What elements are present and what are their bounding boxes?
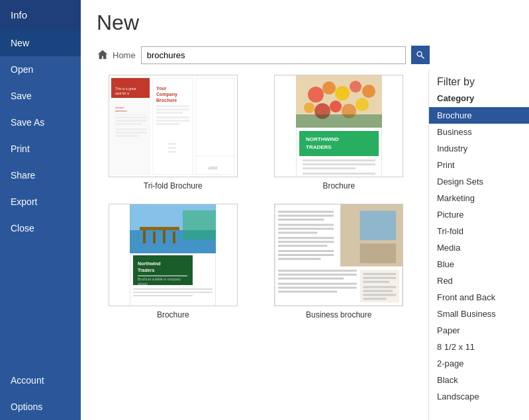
svg-rect-89 <box>363 277 396 279</box>
sidebar-item-save-as[interactable]: Save As <box>0 109 81 136</box>
filter-item-industry[interactable]: Industry <box>429 140 529 157</box>
template-thumb-brochure2: Northwind Traders Brochure subtitle or c… <box>109 204 238 306</box>
template-card-brochure1[interactable]: NORTHWIND TRADERS Brochure <box>263 75 416 190</box>
filter-item-8half-11[interactable]: 8 1/2 x 11 <box>429 339 529 355</box>
template-card-brochure2[interactable]: Northwind Traders Brochure subtitle or c… <box>97 204 250 319</box>
svg-rect-91 <box>363 286 396 288</box>
svg-rect-100 <box>278 290 337 292</box>
svg-text:Brochure: Brochure <box>156 98 177 103</box>
sidebar-item-new[interactable]: New <box>0 30 81 56</box>
filter-item-print[interactable]: Print <box>429 157 529 173</box>
svg-rect-86 <box>360 243 396 263</box>
svg-rect-90 <box>363 281 390 283</box>
svg-rect-50 <box>303 163 375 165</box>
search-input[interactable] <box>141 46 406 64</box>
svg-rect-27 <box>168 143 176 145</box>
template-label-brochure2: Brochure <box>157 310 189 319</box>
svg-point-38 <box>350 81 361 93</box>
trifold-preview: This is a great spot for a mission state… <box>110 77 236 176</box>
svg-rect-57 <box>143 230 146 243</box>
svg-rect-99 <box>278 287 357 289</box>
svg-rect-98 <box>278 283 357 285</box>
svg-rect-65 <box>138 275 187 276</box>
svg-rect-93 <box>363 294 396 296</box>
template-card-trifold[interactable]: This is a great spot for a mission state… <box>97 75 250 190</box>
svg-rect-49 <box>303 159 375 161</box>
sidebar-item-account[interactable]: Account <box>0 367 81 394</box>
svg-point-36 <box>322 81 336 95</box>
page-title: New <box>97 11 513 35</box>
filter-item-small-business[interactable]: Small Business <box>429 306 529 322</box>
svg-rect-56 <box>140 227 179 230</box>
page-header: New <box>81 0 529 40</box>
svg-rect-12 <box>115 120 147 122</box>
svg-text:statement: statement <box>115 109 127 112</box>
svg-rect-14 <box>115 128 147 130</box>
filter-panel: Filter by Category BrochureBusinessIndus… <box>428 69 529 420</box>
sidebar-item-open[interactable]: Open <box>0 56 81 83</box>
svg-rect-22 <box>156 108 189 110</box>
brochure2-preview: Northwind Traders Brochure subtitle or c… <box>130 204 216 306</box>
filter-item-blue[interactable]: Blue <box>429 256 529 273</box>
filter-item-black[interactable]: Black <box>429 372 529 388</box>
sidebar-item-save[interactable]: Save <box>0 83 81 109</box>
template-thumb-trifold: This is a great spot for a mission state… <box>109 75 238 177</box>
template-card-business[interactable]: Business brochure <box>263 204 416 319</box>
svg-point-35 <box>308 87 324 103</box>
svg-rect-51 <box>303 167 356 169</box>
svg-rect-69 <box>133 292 213 293</box>
filter-item-tri-fold[interactable]: Tri-fold <box>429 223 529 239</box>
filter-item-front-back[interactable]: Front and Back <box>429 289 529 306</box>
svg-text:This is a great: This is a great <box>115 87 136 91</box>
main-content: New Home <box>81 0 529 420</box>
svg-rect-58 <box>153 231 156 243</box>
svg-text:slogan: slogan <box>138 282 148 286</box>
sidebar-item-close[interactable]: Close <box>0 215 81 241</box>
svg-text:Traders: Traders <box>138 268 154 273</box>
sidebar-item-print[interactable]: Print <box>0 136 81 162</box>
template-label-trifold: Tri-fold Brochure <box>144 181 203 190</box>
home-breadcrumb[interactable]: Home <box>97 49 136 61</box>
svg-point-39 <box>362 85 375 98</box>
filter-item-paper[interactable]: Paper <box>429 322 529 339</box>
svg-text:Company: Company <box>156 92 177 97</box>
svg-rect-21 <box>156 105 189 107</box>
svg-text:NORTHWIND: NORTHWIND <box>306 136 339 142</box>
svg-rect-95 <box>278 270 357 272</box>
svg-point-0 <box>417 52 422 56</box>
search-button[interactable] <box>411 46 430 64</box>
svg-rect-23 <box>156 112 183 114</box>
svg-rect-16 <box>115 135 138 137</box>
filter-category-label: Category <box>429 91 529 107</box>
svg-text:Northwind: Northwind <box>138 261 161 266</box>
filter-item-2-page[interactable]: 2-page <box>429 355 529 372</box>
svg-rect-73 <box>278 215 334 217</box>
sidebar-item-share[interactable]: Share <box>0 162 81 189</box>
business-preview <box>275 204 403 306</box>
svg-rect-77 <box>278 231 317 233</box>
sidebar-item-export[interactable]: Export <box>0 189 81 215</box>
filter-header: Filter by <box>429 69 529 91</box>
template-thumb-business <box>274 204 403 306</box>
filter-item-brochure[interactable]: Brochure <box>429 107 529 124</box>
filter-item-picture[interactable]: Picture <box>429 206 529 223</box>
filter-item-red[interactable]: Red <box>429 273 529 289</box>
svg-rect-74 <box>278 219 324 221</box>
svg-rect-79 <box>278 241 334 243</box>
svg-point-42 <box>330 101 342 112</box>
svg-rect-29 <box>168 151 176 153</box>
template-grid: This is a great spot for a mission state… <box>81 69 428 420</box>
svg-rect-30 <box>196 78 234 175</box>
svg-rect-24 <box>156 116 189 118</box>
svg-rect-92 <box>363 290 393 292</box>
svg-rect-26 <box>156 123 179 125</box>
home-icon <box>97 49 109 61</box>
filter-item-media[interactable]: Media <box>429 239 529 256</box>
filter-item-design-sets[interactable]: Design Sets <box>429 173 529 190</box>
sidebar-item-options[interactable]: Options <box>0 394 81 420</box>
filter-item-landscape[interactable]: Landscape <box>429 388 529 405</box>
filter-item-business[interactable]: Business <box>429 124 529 140</box>
svg-rect-75 <box>278 224 334 226</box>
sidebar-item-info[interactable]: Info <box>0 0 81 30</box>
filter-item-marketing[interactable]: Marketing <box>429 190 529 206</box>
